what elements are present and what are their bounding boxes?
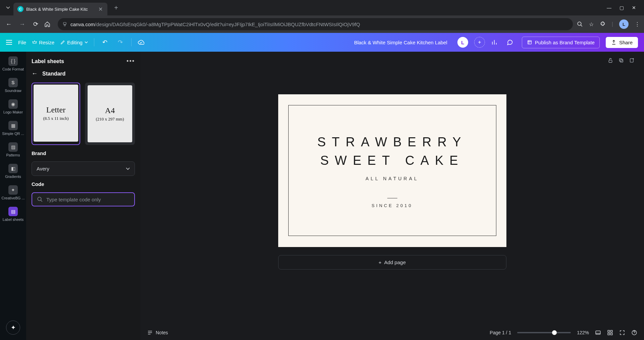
label-divider[interactable]	[387, 198, 397, 198]
magic-button[interactable]: ✦	[6, 321, 20, 335]
rail-code-format[interactable]: { } Code Format	[0, 55, 26, 72]
browser-tab[interactable]: C Black & White Simple Cake Kitc ✕	[13, 3, 107, 15]
tab-title: Black & White Simple Cake Kitc	[26, 7, 95, 12]
svg-rect-13	[611, 333, 612, 335]
cloud-sync-icon[interactable]	[138, 39, 147, 46]
window-controls: — ▢ ✕	[607, 5, 641, 10]
left-rail: { } Code Format S Soundraw ◉ Logo Maker …	[0, 52, 26, 340]
notes-icon	[147, 330, 153, 336]
minimize-icon[interactable]: —	[607, 5, 611, 10]
panel-title: Label sheets	[32, 58, 64, 64]
share-button[interactable]: Share	[606, 37, 638, 48]
menu-icon[interactable]	[6, 40, 12, 45]
pencil-icon	[60, 40, 65, 45]
site-info-icon[interactable]	[62, 22, 67, 27]
rail-simple-qr[interactable]: ▦ Simple QR ...	[0, 119, 26, 137]
canva-top-bar: File Resize Editing ↶ ↷ Black & White Si…	[0, 33, 644, 52]
document-title[interactable]: Black & White Simple Cake Kitchen Label	[354, 40, 447, 45]
patterns-icon: ▨	[8, 142, 18, 152]
svg-rect-10	[608, 330, 609, 332]
url-input[interactable]: canva.com/design/DAGfsEnqGk0/-a8MgTPpPWa…	[58, 18, 573, 30]
more-icon[interactable]: •••	[127, 58, 135, 65]
zoom-icon[interactable]	[577, 21, 583, 27]
redo-button[interactable]: ↷	[116, 39, 125, 46]
panel-header: Label sheets •••	[32, 58, 135, 65]
address-bar: ← → ⟳ canva.com/design/DAGfsEnqGk0/-a8Mg…	[0, 15, 644, 33]
duplicate-icon[interactable]	[618, 58, 624, 63]
notes-button[interactable]: Notes	[147, 330, 168, 336]
home-button[interactable]	[44, 21, 54, 27]
rail-soundraw[interactable]: S Soundraw	[0, 77, 26, 94]
rail-gradients[interactable]: ◧ Gradients	[0, 162, 26, 180]
bookmark-icon[interactable]: ☆	[589, 21, 594, 28]
chevron-down-icon	[85, 41, 88, 43]
resize-button[interactable]: Resize	[32, 40, 54, 45]
page-view-icon[interactable]	[595, 330, 601, 336]
new-tab-button[interactable]: +	[111, 3, 121, 12]
bottom-right-controls: Page 1 / 1 122%	[490, 330, 637, 336]
code-input[interactable]	[46, 197, 130, 202]
logo-icon: ◉	[8, 99, 18, 109]
analytics-icon[interactable]	[491, 39, 500, 46]
forward-button[interactable]: →	[17, 21, 27, 28]
label-title[interactable]: STRAWBERRY SWEET CAKE	[317, 133, 467, 170]
add-collaborator-button[interactable]: +	[474, 37, 485, 48]
code-icon: { }	[8, 56, 18, 66]
lock-icon[interactable]	[608, 58, 613, 63]
back-button[interactable]: ←	[4, 21, 13, 28]
code-input-wrapper[interactable]	[32, 192, 135, 206]
label-since[interactable]: SINCE 2010	[371, 203, 412, 208]
paper-option-a4[interactable]: A4 (210 x 297 mm)	[85, 83, 135, 145]
canvas-viewport[interactable]: STRAWBERRY SWEET CAKE ALL NATURAL SINCE …	[140, 52, 644, 325]
publish-brand-template-button[interactable]: Publish as Brand Template	[522, 37, 600, 48]
browser-chrome: C Black & White Simple Cake Kitc ✕ + — ▢…	[0, 0, 644, 33]
svg-point-4	[38, 197, 41, 201]
add-page-button[interactable]: + Add page	[278, 255, 506, 270]
paper-option-letter[interactable]: Letter (8.5 x 11 inch)	[32, 83, 80, 145]
zoom-slider[interactable]	[517, 332, 571, 333]
label-frame[interactable]: STRAWBERRY SWEET CAKE ALL NATURAL SINCE …	[288, 105, 496, 236]
svg-rect-12	[608, 333, 609, 335]
help-icon[interactable]	[631, 330, 637, 336]
design-page[interactable]: STRAWBERRY SWEET CAKE ALL NATURAL SINCE …	[278, 94, 506, 247]
rail-patterns[interactable]: ▨ Patterns	[0, 141, 26, 158]
new-page-icon[interactable]	[629, 58, 635, 63]
sparkle-icon: ✦	[8, 185, 18, 195]
svg-rect-8	[630, 59, 633, 62]
paper-size-options: Letter (8.5 x 11 inch) A4 (210 x 297 mm)	[32, 83, 135, 145]
brand-dropdown[interactable]: Avery	[32, 161, 135, 176]
qr-icon: ▦	[8, 121, 18, 130]
editing-dropdown[interactable]: Editing	[60, 40, 88, 45]
zoom-thumb[interactable]	[552, 330, 557, 335]
user-avatar[interactable]: L	[457, 37, 468, 48]
back-icon[interactable]: ←	[32, 70, 38, 77]
zoom-value[interactable]: 122%	[577, 330, 589, 335]
template-icon	[527, 40, 532, 45]
extensions-icon[interactable]	[600, 21, 606, 27]
close-window-icon[interactable]: ✕	[632, 5, 636, 10]
rail-creativebg[interactable]: ✦ CreativeBG ...	[0, 184, 26, 201]
svg-rect-11	[611, 330, 612, 332]
close-icon[interactable]: ✕	[97, 6, 103, 12]
fullscreen-icon[interactable]	[619, 330, 625, 336]
svg-rect-7	[620, 59, 622, 61]
gradients-icon: ◧	[8, 164, 18, 173]
profile-avatar[interactable]: L	[619, 19, 629, 29]
tab-search-dropdown[interactable]	[3, 2, 13, 13]
label-subtitle[interactable]: ALL NATURAL	[365, 176, 419, 181]
undo-button[interactable]: ↶	[100, 39, 110, 46]
brand-label: Brand	[32, 150, 135, 156]
comment-icon[interactable]	[506, 39, 516, 46]
reload-button[interactable]: ⟳	[31, 20, 40, 28]
canvas-area: STRAWBERRY SWEET CAKE ALL NATURAL SINCE …	[140, 52, 644, 340]
svg-rect-0	[63, 22, 66, 25]
canvas-toolbar	[608, 58, 635, 63]
page-indicator[interactable]: Page 1 / 1	[490, 330, 511, 335]
file-menu[interactable]: File	[18, 40, 26, 45]
maximize-icon[interactable]: ▢	[620, 5, 624, 10]
rail-logo-maker[interactable]: ◉ Logo Maker	[0, 98, 26, 115]
panel-subtitle: Standard	[42, 71, 65, 77]
rail-label-sheets[interactable]: ▤ Label sheets	[0, 205, 26, 223]
browser-menu-icon[interactable]: ⋮	[635, 21, 640, 28]
grid-view-icon[interactable]	[607, 330, 613, 336]
